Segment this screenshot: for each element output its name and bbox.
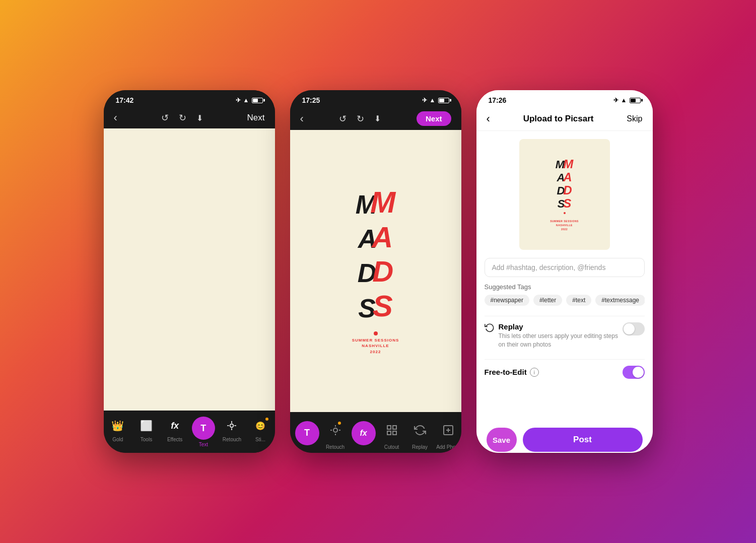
tag-newspaper[interactable]: #newspaper — [485, 295, 529, 306]
retouch-icon — [223, 417, 241, 435]
replay-text: Replay This lets other users apply your … — [499, 322, 623, 349]
redo-button-2[interactable]: ↻ — [357, 113, 364, 124]
undo-button-2[interactable]: ↺ — [339, 113, 347, 124]
free-edit-left: Free-to-Edit i — [485, 368, 539, 377]
tag-letter[interactable]: #letter — [533, 295, 562, 306]
cutout-label-2: Cutout — [384, 444, 399, 450]
skip-button[interactable]: Skip — [627, 114, 642, 123]
tool-tools[interactable]: ⬜ Tools — [132, 417, 160, 442]
upload-preview: M M A A D D S S SU — [519, 139, 610, 250]
tool-retouch[interactable]: Retouch — [218, 417, 246, 442]
wifi-icon-2: ▲ — [430, 97, 436, 104]
letter-d-red: D — [372, 257, 393, 286]
toolbar-actions-2: ↺ ↻ ⬇ — [339, 113, 381, 124]
tag-textmessage[interactable]: #textmessage — [595, 295, 644, 306]
sticker-dot — [265, 418, 268, 421]
canvas-2: M M A A D D S S SUMMER SESSIONSNASHVI — [290, 130, 461, 412]
back-button-2[interactable]: ‹ — [300, 112, 304, 125]
retouch-dot-2 — [338, 422, 341, 425]
preview-a: A A — [557, 171, 572, 183]
tool-gold[interactable]: 👑 Gold — [104, 417, 131, 442]
mads-d-row: D D — [358, 257, 393, 286]
phones-container: 17:42 ✈ ▲ ‹ ↺ ↻ ⬇ Next 👑 — [84, 70, 673, 473]
wifi-icon-3: ▲ — [621, 97, 627, 104]
text-icon: T — [192, 417, 215, 440]
undo-button-1[interactable]: ↺ — [161, 112, 169, 123]
fx-pill[interactable]: fx — [352, 421, 376, 445]
time-3: 17:26 — [489, 96, 507, 104]
bottom-toolbar-1: 👑 Gold ⬜ Tools fx Effects T Text Retouch — [104, 411, 275, 453]
wifi-icon-1: ▲ — [243, 97, 249, 104]
replay-title: Replay — [499, 322, 623, 331]
back-button-3[interactable]: ‹ — [487, 112, 490, 125]
toolbar-actions-1: ↺ ↻ ⬇ — [161, 112, 203, 123]
upload-title: Upload to Picsart — [523, 114, 594, 124]
status-bar-1: 17:42 ✈ ▲ — [104, 90, 275, 107]
tag-text[interactable]: #text — [566, 295, 591, 306]
download-button-2[interactable]: ⬇ — [374, 114, 381, 123]
upload-header: ‹ Upload to Picsart Skip — [476, 107, 653, 131]
free-to-edit-toggle[interactable] — [623, 366, 645, 379]
tool-retouch-label: Retouch — [223, 437, 241, 442]
preview-s: S S — [558, 197, 572, 210]
tool-text-2[interactable]: T — [295, 421, 319, 447]
next-button-2[interactable]: Next — [417, 111, 451, 126]
tool-sticker-label: Sti... — [255, 437, 265, 442]
suggested-tags-section: Suggested Tags #newspaper #letter #text … — [485, 283, 645, 306]
tool-fx-2[interactable]: fx — [352, 421, 376, 447]
letter-m-red: M — [370, 187, 395, 218]
tool-cutout-2[interactable]: Cutout — [380, 418, 404, 450]
replay-left: Replay This lets other users apply your … — [485, 322, 623, 349]
download-button-1[interactable]: ⬇ — [196, 113, 203, 123]
suggested-title: Suggested Tags — [485, 283, 645, 291]
time-2: 17:25 — [302, 96, 320, 104]
preview-red-dot — [564, 212, 566, 214]
crown-icon: 👑 — [109, 417, 127, 435]
status-icons-2: ✈ ▲ — [422, 97, 449, 104]
retouch-icon-2 — [323, 418, 348, 442]
bottom-toolbar-2: T Retouch fx Cutout — [290, 412, 461, 453]
add-photo-label: Add Pho... — [436, 444, 460, 450]
redo-button-1[interactable]: ↻ — [179, 112, 186, 123]
hashtag-input[interactable]: Add #hashtag, description, @friends — [485, 258, 645, 277]
tool-effects[interactable]: fx Effects — [161, 417, 189, 442]
summer-sessions-label: SUMMER SESSIONSNASHVILLE2022 — [352, 337, 399, 355]
tool-replay-2[interactable]: Replay — [408, 418, 432, 450]
replay-icon-2 — [408, 418, 432, 442]
preview-d: D D — [557, 184, 572, 196]
status-bar-3: 17:26 ✈ ▲ — [476, 90, 653, 107]
svg-rect-5 — [393, 431, 396, 435]
battery-icon-1 — [252, 98, 263, 103]
mads-artwork: M M A A D D S S SUMMER SESSIONSNASHVI — [342, 177, 409, 365]
replay-description: This lets other users apply your editing… — [499, 332, 623, 349]
preview-summer-text: SUMMER SESSIONSNASHVILLE2022 — [550, 219, 579, 231]
replay-section: Replay This lets other users apply your … — [485, 316, 645, 355]
svg-rect-3 — [393, 426, 396, 429]
back-button-1[interactable]: ‹ — [114, 111, 117, 124]
info-icon[interactable]: i — [530, 368, 539, 377]
airplane-icon-1: ✈ — [236, 97, 241, 104]
replay-toggle[interactable] — [623, 322, 645, 335]
tool-sticker[interactable]: 😊 Sti... — [247, 417, 274, 442]
tool-add-photo[interactable]: Add Pho... — [436, 418, 460, 450]
hashtag-placeholder: Add #hashtag, description, @friends — [492, 263, 606, 272]
next-button-1[interactable]: Next — [247, 113, 265, 123]
svg-point-1 — [333, 428, 337, 432]
canvas-1 — [104, 128, 275, 411]
svg-rect-2 — [387, 426, 391, 429]
post-button[interactable]: Post — [523, 428, 643, 452]
crop-icon: ⬜ — [137, 417, 155, 435]
status-icons-3: ✈ ▲ — [613, 97, 641, 104]
preview-mads-art: M M A A D D S S SU — [550, 158, 579, 231]
text-pill[interactable]: T — [295, 421, 319, 445]
airplane-icon-2: ✈ — [422, 97, 427, 104]
upload-screen: ‹ Upload to Picsart Skip M M A A D — [476, 107, 653, 453]
phone-2: 17:25 ✈ ▲ ‹ ↺ ↻ ⬇ Next M — [290, 90, 461, 453]
save-button[interactable]: Save — [487, 428, 517, 452]
tool-text[interactable]: T Text — [189, 417, 217, 447]
status-icons-1: ✈ ▲ — [236, 97, 263, 104]
tool-tools-label: Tools — [141, 437, 152, 442]
preview-m: M M — [556, 158, 573, 170]
tool-retouch-2[interactable]: Retouch — [323, 418, 348, 450]
free-to-edit-label: Free-to-Edit — [485, 368, 527, 376]
